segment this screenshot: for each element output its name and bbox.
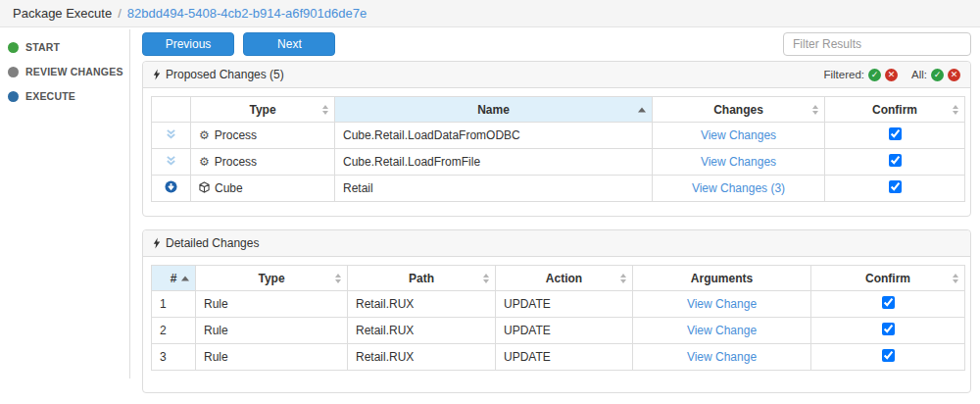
breadcrumb-package-link[interactable]: 82bdd494-5408-4cb2-b914-a6f901d6de7e bbox=[127, 6, 367, 21]
cube-icon bbox=[199, 181, 210, 196]
breadcrumb-section: Package Execute bbox=[13, 6, 112, 21]
table-row: 1 Rule Retail.RUX UPDATE View Change bbox=[152, 291, 965, 318]
column-header-num[interactable]: # bbox=[152, 266, 196, 291]
detailed-changes-header: Detailed Changes bbox=[143, 230, 970, 257]
bolt-icon bbox=[153, 69, 161, 80]
action-value: UPDATE bbox=[496, 318, 633, 344]
sort-icon bbox=[620, 274, 626, 283]
path-value: Retail.RUX bbox=[348, 344, 496, 371]
cogs-icon: ⚙ bbox=[199, 155, 210, 169]
column-header-confirm[interactable]: Confirm bbox=[811, 266, 965, 291]
confirm-checkbox[interactable] bbox=[882, 349, 895, 362]
table-row: Cube Retail View Changes (3) bbox=[152, 176, 965, 202]
column-header-expander bbox=[152, 97, 191, 123]
check-circle-icon[interactable]: ✓ bbox=[868, 69, 881, 81]
type-label: Process bbox=[215, 155, 257, 169]
x-circle-icon[interactable]: ✕ bbox=[885, 69, 898, 81]
toolbar: Previous Next bbox=[142, 32, 971, 56]
column-header-arguments[interactable]: Arguments bbox=[633, 266, 811, 291]
sidebar-item-execute[interactable]: EXECUTE bbox=[8, 90, 129, 102]
sort-icon bbox=[953, 105, 958, 115]
panel-title: Proposed Changes (5) bbox=[153, 68, 284, 81]
sort-icon bbox=[322, 105, 328, 115]
panel-title-text: Proposed Changes (5) bbox=[166, 68, 284, 81]
column-header-name[interactable]: Name bbox=[335, 97, 653, 123]
proposed-changes-header: Proposed Changes (5) Filtered: ✓ ✕ All: … bbox=[143, 62, 970, 88]
path-value: Retail.RUX bbox=[348, 318, 496, 344]
sidebar-item-label: REVIEW CHANGES bbox=[25, 66, 123, 77]
view-changes-link[interactable]: View Changes bbox=[701, 155, 776, 169]
view-change-link[interactable]: View Change bbox=[687, 297, 757, 311]
table-row: ⚙Process Cube.Retail.LoadFromFile View C… bbox=[152, 149, 965, 176]
chevron-double-down-icon[interactable] bbox=[160, 128, 182, 139]
object-name: Retail bbox=[335, 176, 653, 202]
detailed-changes-panel: Detailed Changes # Type bbox=[142, 229, 971, 393]
sidebar-item-label: EXECUTE bbox=[25, 90, 75, 102]
detailed-changes-body: # Type Path Action bbox=[143, 257, 970, 392]
column-header-path[interactable]: Path bbox=[348, 266, 496, 291]
view-changes-link[interactable]: View Changes (3) bbox=[692, 181, 785, 195]
sort-asc-icon bbox=[638, 107, 646, 112]
all-label: All: bbox=[911, 69, 927, 80]
arrow-circle-down-icon[interactable] bbox=[160, 180, 182, 193]
check-circle-icon[interactable]: ✓ bbox=[931, 69, 944, 81]
sidebar-item-label: START bbox=[25, 41, 60, 53]
filtered-label: Filtered: bbox=[823, 69, 864, 80]
action-value: UPDATE bbox=[496, 291, 633, 318]
table-row: ⚙Process Cube.Retail.LoadDataFromODBC Vi… bbox=[152, 123, 965, 149]
sidebar-item-review-changes[interactable]: REVIEW CHANGES bbox=[8, 66, 129, 77]
object-name: Cube.Retail.LoadFromFile bbox=[335, 149, 653, 176]
type-label: Process bbox=[215, 128, 257, 142]
sidebar-item-start[interactable]: START bbox=[8, 41, 129, 53]
confirm-checkbox[interactable] bbox=[889, 154, 902, 167]
filter-results-input[interactable] bbox=[783, 32, 971, 56]
table-row: 3 Rule Retail.RUX UPDATE View Change bbox=[152, 344, 965, 371]
column-header-type[interactable]: Type bbox=[191, 97, 335, 123]
column-header-action[interactable]: Action bbox=[496, 266, 633, 291]
panel-title-text: Detailed Changes bbox=[166, 236, 259, 250]
detailed-changes-table: # Type Path Action bbox=[151, 265, 965, 371]
view-changes-link[interactable]: View Changes bbox=[701, 128, 776, 142]
x-circle-icon[interactable]: ✕ bbox=[948, 69, 960, 81]
column-header-type[interactable]: Type bbox=[196, 266, 348, 291]
sort-icon bbox=[812, 105, 818, 115]
confirm-checkbox[interactable] bbox=[889, 127, 902, 140]
status-dot-icon bbox=[8, 42, 19, 53]
type-label: Rule bbox=[196, 318, 348, 344]
wizard-steps-sidebar: START REVIEW CHANGES EXECUTE bbox=[0, 27, 129, 115]
view-change-link[interactable]: View Change bbox=[687, 324, 757, 337]
column-header-confirm[interactable]: Confirm bbox=[825, 97, 965, 123]
next-button[interactable]: Next bbox=[243, 32, 335, 56]
sidebar-divider bbox=[129, 29, 130, 379]
confirm-checkbox[interactable] bbox=[882, 296, 895, 309]
breadcrumb: Package Execute / 82bdd494-5408-4cb2-b91… bbox=[0, 0, 980, 27]
row-number: 2 bbox=[152, 318, 196, 344]
object-name: Cube.Retail.LoadDataFromODBC bbox=[335, 123, 653, 149]
panel-title: Detailed Changes bbox=[153, 236, 259, 250]
path-value: Retail.RUX bbox=[348, 291, 496, 318]
confirm-checkbox[interactable] bbox=[882, 323, 895, 335]
column-header-changes[interactable]: Changes bbox=[653, 97, 825, 123]
status-dot-icon bbox=[8, 91, 19, 102]
main-content: Previous Next Proposed Changes (5) Filte… bbox=[142, 32, 971, 393]
chevron-double-down-icon[interactable] bbox=[160, 155, 182, 166]
sort-icon bbox=[483, 274, 489, 283]
view-change-link[interactable]: View Change bbox=[687, 350, 757, 364]
action-value: UPDATE bbox=[496, 344, 633, 371]
row-number: 1 bbox=[152, 291, 196, 318]
cogs-icon: ⚙ bbox=[199, 128, 210, 142]
breadcrumb-separator: / bbox=[118, 6, 122, 21]
table-row: 2 Rule Retail.RUX UPDATE View Change bbox=[152, 318, 965, 344]
status-dot-icon bbox=[8, 67, 19, 77]
proposed-changes-table: Type Name Changes Confirm bbox=[151, 96, 965, 202]
previous-button[interactable]: Previous bbox=[142, 32, 234, 56]
sort-asc-icon bbox=[181, 276, 189, 280]
type-label: Cube bbox=[215, 181, 243, 195]
confirm-toggles: Filtered: ✓ ✕ All: ✓ ✕ bbox=[823, 69, 960, 81]
confirm-checkbox[interactable] bbox=[889, 180, 902, 193]
sort-icon bbox=[953, 274, 958, 283]
proposed-changes-body: Type Name Changes Confirm bbox=[143, 88, 970, 216]
bolt-icon bbox=[153, 237, 161, 249]
row-number: 3 bbox=[152, 344, 196, 371]
proposed-changes-panel: Proposed Changes (5) Filtered: ✓ ✕ All: … bbox=[142, 61, 971, 217]
